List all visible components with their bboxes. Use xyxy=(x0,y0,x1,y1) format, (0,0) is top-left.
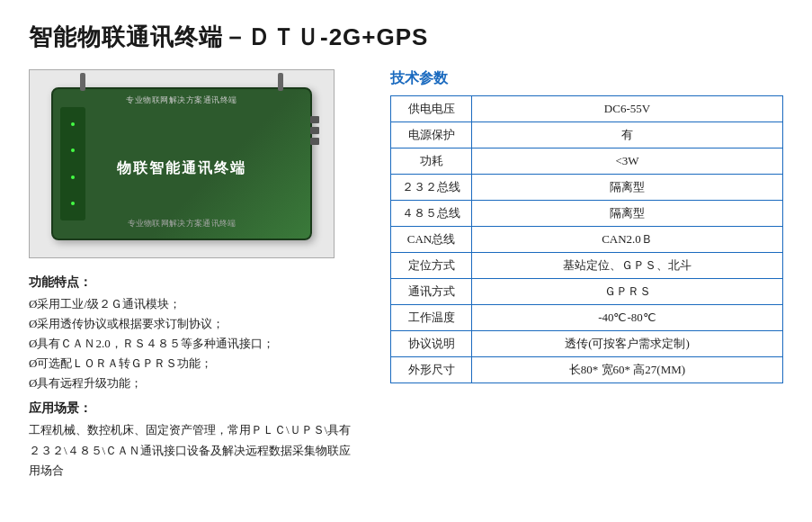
device-bottom-label: 专业物联网解决方案通讯终端 xyxy=(128,218,236,230)
device-image-box: 专业物联网解决方案通讯终端 物联智能通讯终端 专业物联网解决方案通讯终端 xyxy=(29,69,335,258)
spec-label: 电源保护 xyxy=(391,122,472,148)
spec-label: CAN总线 xyxy=(391,227,472,253)
spec-value: CAN2.0Ｂ xyxy=(472,227,783,253)
device-left-panel xyxy=(60,107,85,220)
device-visual: 专业物联网解决方案通讯终端 物联智能通讯终端 专业物联网解决方案通讯终端 xyxy=(51,87,312,240)
page-title: 智能物联通讯终端－ＤＴＵ-2G+GPS xyxy=(29,22,783,53)
led-1 xyxy=(71,122,75,126)
table-row: 通讯方式ＧＰＲＳ xyxy=(391,279,783,305)
spec-label: 通讯方式 xyxy=(391,279,472,305)
table-row: CAN总线CAN2.0Ｂ xyxy=(391,227,783,253)
feature-item: Ø具有ＣＡＮ2.0，ＲＳ４８５等多种通讯接口； xyxy=(29,334,361,354)
spec-value: ＧＰＲＳ xyxy=(472,279,783,305)
spec-value: <3W xyxy=(472,148,783,175)
spec-label: 定位方式 xyxy=(391,253,472,279)
led-4 xyxy=(71,202,75,205)
table-row: 功耗<3W xyxy=(391,148,783,175)
led-2 xyxy=(71,148,75,152)
spec-value: 隔离型 xyxy=(472,175,783,201)
spec-label: 供电电压 xyxy=(391,96,472,122)
features-title: 功能特点： xyxy=(29,274,361,291)
spec-value: DC6-55V xyxy=(472,96,783,122)
specs-tbody: 供电电压DC6-55V电源保护有功耗<3W２３２总线隔离型４８５总线隔离型CAN… xyxy=(391,96,783,383)
feature-item: Ø采用工业/级２Ｇ通讯模块； xyxy=(29,294,361,314)
spec-label: ４８５总线 xyxy=(391,201,472,227)
specs-table: 供电电压DC6-55V电源保护有功耗<3W２３２总线隔离型４８５总线隔离型CAN… xyxy=(390,95,783,383)
spec-value: 有 xyxy=(472,122,783,148)
page-container: 智能物联通讯终端－ＤＴＵ-2G+GPS 专业物联网解决方案通讯终端 物联智能通讯… xyxy=(0,0,812,522)
device-main-label: 物联智能通讯终端 xyxy=(117,159,246,178)
spec-label: ２３２总线 xyxy=(391,175,472,201)
port-3 xyxy=(310,138,319,145)
features-list: Ø采用工业/级２Ｇ通讯模块；Ø采用透传协议或根据要求订制协议；Ø具有ＣＡＮ2.0… xyxy=(29,294,361,393)
spec-value: -40℃-80℃ xyxy=(472,305,783,331)
spec-value: 隔离型 xyxy=(472,201,783,227)
spec-label: 外形尺寸 xyxy=(391,357,472,383)
port-2 xyxy=(310,127,319,134)
specs-title: 技术参数 xyxy=(390,69,783,88)
feature-item: Ø具有远程升级功能； xyxy=(29,374,361,393)
spec-value: 透传(可按客户需求定制) xyxy=(472,331,783,357)
spec-value: 长80* 宽60* 高27(MM) xyxy=(472,357,783,383)
main-content: 专业物联网解决方案通讯终端 物联智能通讯终端 专业物联网解决方案通讯终端 xyxy=(29,69,783,504)
table-row: 工作温度-40℃-80℃ xyxy=(391,305,783,331)
device-top-label: 专业物联网解决方案通讯终端 xyxy=(60,94,303,106)
port-1 xyxy=(310,116,319,123)
table-row: 定位方式基站定位、ＧＰＳ、北斗 xyxy=(391,253,783,279)
led-3 xyxy=(71,176,75,179)
antenna-right xyxy=(278,73,283,91)
table-row: ２３２总线隔离型 xyxy=(391,175,783,201)
left-column: 专业物联网解决方案通讯终端 物联智能通讯终端 专业物联网解决方案通讯终端 xyxy=(29,69,361,504)
table-row: 供电电压DC6-55V xyxy=(391,96,783,122)
features-section: 功能特点： Ø采用工业/级２Ｇ通讯模块；Ø采用透传协议或根据要求订制协议；Ø具有… xyxy=(29,274,361,393)
feature-item: Ø可选配ＬＯＲＡ转ＧＰＲＳ功能； xyxy=(29,354,361,374)
spec-label: 工作温度 xyxy=(391,305,472,331)
applications-desc: 工程机械、数控机床、固定资产管理，常用ＰＬＣ\ＵＰＳ\具有２３２\４８５\ＣＡＮ… xyxy=(29,420,361,480)
applications-title: 应用场景： xyxy=(29,400,361,417)
table-row: 协议说明透传(可按客户需求定制) xyxy=(391,331,783,357)
device-side-ports xyxy=(310,116,319,145)
spec-label: 协议说明 xyxy=(391,331,472,357)
table-row: ４８５总线隔离型 xyxy=(391,201,783,227)
applications-section: 应用场景： 工程机械、数控机床、固定资产管理，常用ＰＬＣ\ＵＰＳ\具有２３２\４… xyxy=(29,400,361,480)
feature-item: Ø采用透传协议或根据要求订制协议； xyxy=(29,314,361,334)
table-row: 电源保护有 xyxy=(391,122,783,148)
spec-label: 功耗 xyxy=(391,148,472,175)
antenna-left xyxy=(80,73,85,91)
spec-value: 基站定位、ＧＰＳ、北斗 xyxy=(472,253,783,279)
table-row: 外形尺寸长80* 宽60* 高27(MM) xyxy=(391,357,783,383)
right-column: 技术参数 供电电压DC6-55V电源保护有功耗<3W２３２总线隔离型４８５总线隔… xyxy=(390,69,783,504)
